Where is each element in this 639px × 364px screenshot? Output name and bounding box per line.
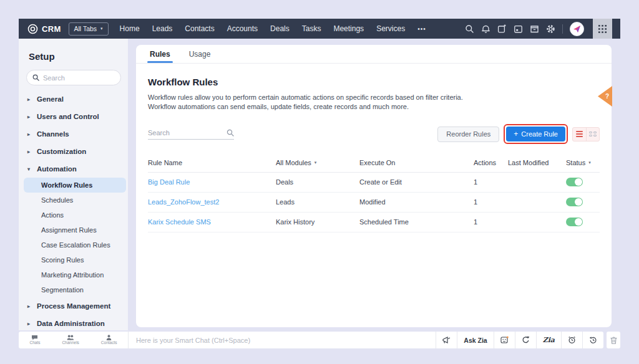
feedback-smiley-icon xyxy=(500,336,509,344)
chevron-down-icon[interactable]: ▾ xyxy=(315,160,317,165)
column-header-status[interactable]: Status▾ xyxy=(566,159,600,166)
rule-actions-count-cell: 1 xyxy=(474,198,508,206)
sidebar-search-input[interactable]: Search xyxy=(26,70,121,85)
search-icon xyxy=(227,129,234,136)
people-group-icon xyxy=(67,335,74,340)
rule-module-cell: Karix History xyxy=(276,218,359,226)
rule-module-cell: Deals xyxy=(276,178,359,186)
rule-actions-count-cell: 1 xyxy=(474,178,508,186)
history-button[interactable] xyxy=(582,332,603,348)
nav-item-tasks[interactable]: Tasks xyxy=(296,19,328,39)
sidebar-section-process-management[interactable]: ▸Process Management xyxy=(19,297,128,315)
status-toggle[interactable] xyxy=(566,198,583,206)
rule-name-link[interactable]: Karix Schedule SMS xyxy=(148,218,211,226)
user-avatar[interactable] xyxy=(570,22,584,36)
setup-menu: ▸General▸Users and Control▸Channels▸Cust… xyxy=(19,90,128,350)
recycle-bin-button[interactable] xyxy=(607,332,620,348)
refresh-button[interactable] xyxy=(515,332,536,348)
sidebar-section-label: Channels xyxy=(37,130,69,138)
calendar-icon[interactable] xyxy=(514,24,523,34)
search-icon[interactable] xyxy=(465,24,474,34)
crm-logo[interactable]: CRM xyxy=(27,24,61,34)
workflow-rules-panel: Rules Usage Workflow Rules Workflow rule… xyxy=(136,45,612,327)
status-toggle[interactable] xyxy=(566,178,583,186)
view-toggle xyxy=(572,127,600,141)
compose-icon[interactable] xyxy=(497,24,507,34)
feedback-button[interactable] xyxy=(494,332,515,348)
nav-item-contacts[interactable]: Contacts xyxy=(178,19,220,39)
column-header-label: Rule Name xyxy=(148,159,182,166)
rules-table: Rule NameAll Modules▾Execute OnActionsLa… xyxy=(148,153,600,232)
search-icon xyxy=(32,74,39,81)
rule-status-cell xyxy=(566,218,600,226)
column-header-execute-on: Execute On xyxy=(359,159,474,166)
chevron-right-icon: ▸ xyxy=(27,149,32,155)
rule-name-link[interactable]: Big Deal Rule xyxy=(148,178,190,186)
rule-status-cell xyxy=(566,198,600,206)
chevron-down-icon[interactable]: ▾ xyxy=(588,160,591,165)
table-row: Karix Schedule SMSKarix HistoryScheduled… xyxy=(148,213,600,232)
table-header-row: Rule NameAll Modules▾Execute OnActionsLa… xyxy=(148,153,600,173)
sidebar-section-customization[interactable]: ▸Customization xyxy=(19,143,128,160)
announcements-button[interactable] xyxy=(436,332,457,348)
bell-icon[interactable] xyxy=(481,24,490,34)
gear-icon[interactable] xyxy=(546,24,555,34)
sidebar-section-automation[interactable]: ▾Automation xyxy=(19,160,128,178)
column-header-label: Actions xyxy=(474,159,496,166)
smart-chat-input[interactable]: Here is your Smart Chat (Ctrl+Space) xyxy=(129,337,436,344)
sidebar-item-segmentation[interactable]: Segmentation xyxy=(19,282,128,297)
nav-item-home[interactable]: Home xyxy=(114,19,146,39)
sidebar-item-marketing-attribution[interactable]: Marketing Attribution xyxy=(19,267,128,282)
nav-item-deals[interactable]: Deals xyxy=(264,19,296,39)
sidebar-section-channels[interactable]: ▸Channels xyxy=(19,125,128,143)
more-modules-button[interactable]: ••• xyxy=(411,26,432,32)
tab-usage[interactable]: Usage xyxy=(189,45,211,63)
toggle-knob xyxy=(575,178,582,186)
ask-zia-button[interactable]: Ask Zia xyxy=(457,332,493,348)
sidebar-item-schedules[interactable]: Schedules xyxy=(19,193,128,208)
sidebar-section-users-and-control[interactable]: ▸Users and Control xyxy=(19,108,128,125)
rule-name-cell: Karix Schedule SMS xyxy=(148,218,276,226)
status-toggle[interactable] xyxy=(566,218,583,226)
sidebar-section-general[interactable]: ▸General xyxy=(19,90,128,108)
all-tabs-dropdown[interactable]: All Tabs ▾ xyxy=(69,22,109,36)
nav-item-meetings[interactable]: Meetings xyxy=(327,19,370,39)
chevron-right-icon: ▸ xyxy=(27,321,32,327)
column-header-actions: Actions xyxy=(474,159,508,166)
nav-item-accounts[interactable]: Accounts xyxy=(221,19,264,39)
apps-grid-icon[interactable] xyxy=(593,19,612,39)
column-header-all-modules[interactable]: All Modules▾ xyxy=(276,159,359,166)
nav-item-services[interactable]: Services xyxy=(370,19,411,39)
reorder-rules-button[interactable]: Reorder Rules xyxy=(437,127,499,142)
sidebar-section-label: Data Administration xyxy=(37,320,105,327)
table-row: Big Deal RuleDealsCreate or Edit1 xyxy=(148,173,600,193)
list-view-icon[interactable] xyxy=(573,128,586,141)
channels-button[interactable]: Channels xyxy=(62,335,79,345)
chats-button[interactable]: Chats xyxy=(29,335,40,345)
sidebar-item-actions[interactable]: Actions xyxy=(19,208,128,223)
grid-view-icon[interactable] xyxy=(586,128,599,141)
contacts-button[interactable]: Contacts xyxy=(101,335,117,345)
sidebar-section-label: Customization xyxy=(37,148,86,155)
tab-rules[interactable]: Rules xyxy=(150,45,170,63)
sidebar-item-scoring-rules[interactable]: Scoring Rules xyxy=(19,252,128,267)
rule-actions-count-cell: 1 xyxy=(474,218,508,226)
rule-execute-on-cell: Scheduled Time xyxy=(359,218,474,226)
rules-search-input[interactable]: Search xyxy=(148,129,234,140)
rule-name-link[interactable]: Leads_ZohoFlow_test2 xyxy=(148,198,219,206)
create-rule-annotation: + Create Rule xyxy=(504,124,568,144)
module-tabs: HomeLeadsContactsAccountsDealsTasksMeeti… xyxy=(114,19,412,39)
sidebar-item-case-escalation-rules[interactable]: Case Escalation Rules xyxy=(19,237,128,252)
sidebar-item-assignment-rules[interactable]: Assignment Rules xyxy=(19,223,128,237)
person-icon xyxy=(106,335,112,340)
chevron-right-icon: ▸ xyxy=(27,132,32,137)
all-tabs-label: All Tabs xyxy=(74,25,97,32)
sidebar-section-data-administration[interactable]: ▸Data Administration xyxy=(19,315,128,332)
nav-item-leads[interactable]: Leads xyxy=(146,19,179,39)
chevron-right-icon: ▸ xyxy=(27,304,32,309)
create-rule-button[interactable]: + Create Rule xyxy=(506,127,565,141)
marketplace-icon[interactable] xyxy=(530,24,539,34)
sidebar-item-workflow-rules[interactable]: Workflow Rules xyxy=(24,178,126,193)
zia-button[interactable]: Zia xyxy=(536,332,561,348)
reminders-button[interactable] xyxy=(561,332,582,348)
